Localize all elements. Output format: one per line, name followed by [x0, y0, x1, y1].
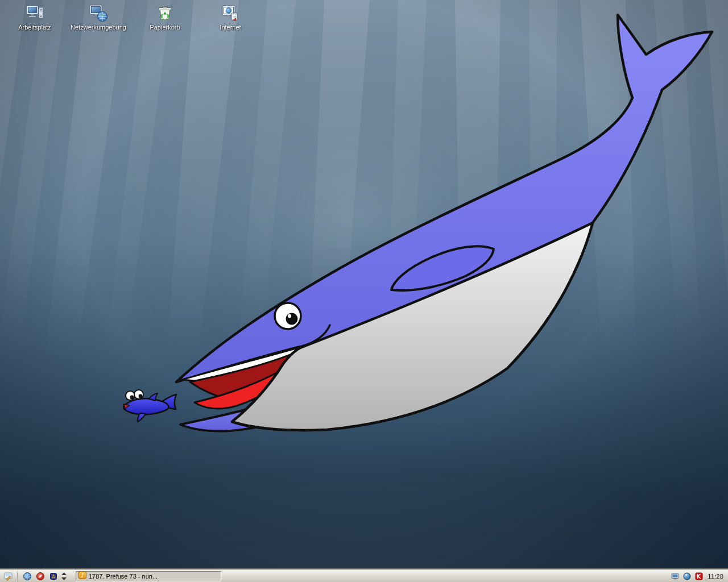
red-app-icon: [36, 572, 45, 581]
my-computer-icon: [25, 3, 44, 23]
pen-app-launcher[interactable]: [47, 571, 59, 582]
show-desktop-icon: [4, 572, 13, 581]
display-tray-icon[interactable]: [671, 572, 680, 581]
pen-icon: [49, 572, 58, 581]
blue-orb-tray-icon[interactable]: [682, 572, 692, 581]
show-desktop-button[interactable]: [2, 571, 14, 582]
taskbar: ♪ 1787. Prefuse 73 - nun...: [0, 569, 728, 582]
taskbar-right-section: 11:28: [671, 570, 726, 582]
task-label: 1787. Prefuse 73 - nun...: [89, 573, 218, 580]
taskbar-separator: [17, 572, 18, 581]
task-button[interactable]: ♪ 1787. Prefuse 73 - nun...: [76, 571, 221, 581]
desktop-icon-internet[interactable]: Internet: [199, 3, 262, 31]
red-app-launcher[interactable]: [34, 571, 46, 582]
taskbar-clock: 11:28: [706, 573, 726, 580]
trash-icon: [155, 3, 175, 23]
desktop-icon-arbeitsplatz[interactable]: Arbeitsplatz: [3, 3, 66, 31]
desktop-icon-papierkorb[interactable]: Papierkorb: [134, 3, 196, 31]
taskbar-left-section: ♪ 1787. Prefuse 73 - nun...: [2, 570, 221, 582]
web-browser-launcher[interactable]: [21, 571, 33, 582]
up-down-arrows-icon: [61, 572, 67, 581]
globe-icon: [23, 572, 32, 581]
wallpaper-whale-illustration: [0, 0, 728, 569]
desktop-icon-label: Internet: [220, 24, 241, 31]
network-icon: [89, 3, 108, 23]
desktop-icon-netzwerkumgebung[interactable]: Netzwerkumgebung: [67, 3, 130, 31]
desktop: Arbeitsplatz Netzwerkumgebung: [0, 0, 728, 569]
desktop-icon-label: Papierkorb: [150, 24, 180, 31]
panel-scroll-arrows[interactable]: [60, 571, 68, 582]
internet-icon: [221, 3, 240, 23]
svg-text:♪: ♪: [80, 572, 84, 579]
desktop-icon-label: Arbeitsplatz: [18, 24, 51, 31]
desktop-icon-label: Netzwerkumgebung: [71, 24, 126, 31]
task-icon: ♪: [78, 571, 86, 581]
red-tray-icon[interactable]: [694, 572, 704, 581]
